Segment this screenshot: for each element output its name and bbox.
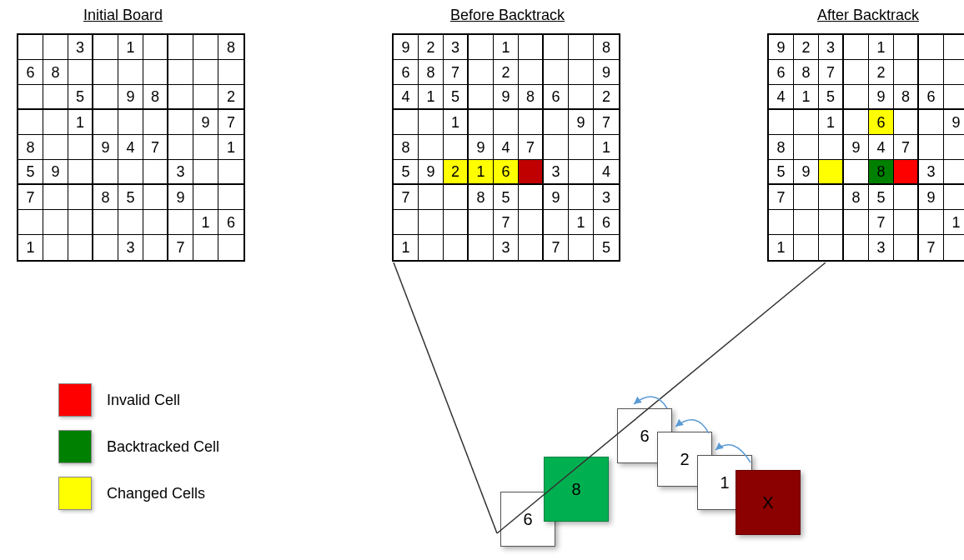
- before-cell-r6c9-value: 4: [602, 164, 610, 179]
- before-cell-r7c1-value: 7: [401, 190, 409, 205]
- initial-cell-r7c1-value: 7: [26, 190, 34, 205]
- board-initial: 31868598219789471593785916137: [17, 33, 245, 262]
- initial-cell-r3c2: [43, 85, 68, 110]
- initial-cell-r7c5-value: 5: [126, 190, 134, 205]
- initial-cell-r7c5: 5: [118, 185, 143, 210]
- initial-cell-r9c9: [218, 235, 244, 260]
- after-cell-r2c5-value: 2: [876, 65, 885, 80]
- before-cell-r7c7: 9: [544, 185, 569, 210]
- before-cell-r9c2: [419, 235, 444, 260]
- before-cell-r5c1-value: 8: [401, 140, 409, 155]
- stack-card-4-label: X: [762, 493, 773, 512]
- initial-cell-r6c7: 3: [168, 160, 193, 185]
- before-cell-r2c5: 2: [494, 60, 519, 85]
- initial-cell-r6c2: 9: [43, 160, 68, 185]
- legend-swatch-invalid: [58, 383, 92, 417]
- after-cell-r2c3-value: 7: [826, 65, 835, 80]
- before-cell-r4c3: 1: [444, 110, 469, 135]
- after-cell-r4c1: [769, 110, 794, 135]
- after-cell-r8c7: [919, 210, 944, 235]
- initial-cell-r8c1: [18, 210, 43, 235]
- initial-cell-r4c8-value: 9: [201, 115, 209, 130]
- after-cell-r2c5: 2: [869, 60, 894, 85]
- initial-cell-r1c1: [18, 35, 43, 60]
- after-cell-r9c4: [844, 235, 869, 260]
- initial-cell-r3c6-value: 8: [151, 89, 159, 104]
- initial-cell-r2c7: [168, 60, 193, 85]
- after-cell-r7c8: [944, 185, 964, 210]
- initial-cell-r4c3-value: 1: [76, 115, 84, 130]
- after-cell-r3c4: [844, 85, 869, 110]
- before-cell-r6c6: [519, 160, 544, 185]
- after-cell-r1c3: 3: [819, 35, 844, 60]
- before-cell-r5c6: 7: [519, 135, 544, 160]
- legend-row-backtracked: Backtracked Cell: [58, 430, 219, 463]
- after-cell-r5c2: [794, 135, 819, 160]
- before-cell-r1c6: [519, 35, 544, 60]
- before-cell-r8c5-value: 7: [501, 215, 510, 230]
- initial-cell-r2c4: [93, 60, 118, 85]
- after-cell-r4c5: 6: [869, 110, 894, 135]
- before-cell-r3c7-value: 6: [551, 89, 560, 104]
- after-cell-r1c2: 2: [794, 35, 819, 60]
- before-cell-r5c1: 8: [394, 135, 419, 160]
- before-cell-r6c1-value: 5: [401, 164, 409, 179]
- before-cell-r2c3-value: 7: [451, 65, 459, 80]
- initial-cell-r5c8: [193, 135, 218, 160]
- legend-row-changed: Changed Cells: [58, 477, 219, 510]
- stack-card-result: 8: [544, 457, 609, 522]
- before-cell-r9c9-value: 5: [602, 240, 610, 255]
- before-cell-r4c3-value: 1: [451, 115, 459, 130]
- before-cell-r8c3: [444, 210, 469, 235]
- initial-cell-r6c9: [218, 160, 244, 185]
- before-cell-r1c7: [544, 35, 569, 60]
- before-cell-r1c9: 8: [594, 35, 619, 60]
- after-cell-r2c7: [919, 60, 944, 85]
- before-cell-r3c5-value: 9: [501, 89, 510, 104]
- initial-cell-r3c6: 8: [143, 85, 168, 110]
- before-cell-r1c5: 1: [494, 35, 519, 60]
- initial-cell-r3c7: [168, 85, 193, 110]
- after-cell-r8c4: [844, 210, 869, 235]
- legend-label-invalid: Invalid Cell: [107, 392, 180, 409]
- initial-cell-r8c8: 1: [193, 210, 218, 235]
- after-cell-r7c7: 9: [919, 185, 944, 210]
- initial-cell-r4c5: [118, 110, 143, 135]
- before-cell-r4c6: [519, 110, 544, 135]
- after-cell-r6c1: 5: [769, 160, 794, 185]
- initial-cell-r3c9-value: 2: [227, 89, 235, 104]
- after-cell-r4c7: [919, 110, 944, 135]
- before-cell-r5c9: 1: [594, 135, 619, 160]
- initial-cell-r5c6-value: 7: [151, 140, 159, 155]
- before-cell-r2c4: [469, 60, 494, 85]
- after-cell-r3c7-value: 6: [926, 89, 935, 104]
- before-cell-r3c2-value: 1: [426, 89, 434, 104]
- before-cell-r4c9-value: 7: [602, 115, 610, 130]
- after-cell-r7c4: 8: [844, 185, 869, 210]
- after-cell-r3c3-value: 5: [826, 89, 835, 104]
- initial-cell-r4c3: 1: [68, 110, 93, 135]
- before-cell-r7c8: [569, 185, 594, 210]
- initial-cell-r7c8: [193, 185, 218, 210]
- legend-swatch-backtracked: [58, 430, 92, 463]
- after-cell-r6c3: [819, 160, 844, 185]
- initial-cell-r3c8: [193, 85, 218, 110]
- after-cell-r9c8: [944, 235, 964, 260]
- before-cell-r4c8-value: 9: [576, 115, 585, 130]
- after-cell-r1c5-value: 1: [876, 40, 885, 55]
- before-cell-r9c7: 7: [544, 235, 569, 260]
- before-cell-r5c7: [544, 135, 569, 160]
- before-cell-r6c3: 2: [444, 160, 469, 185]
- before-cell-r6c9: 4: [594, 160, 619, 185]
- initial-cell-r6c5: [118, 160, 143, 185]
- initial-cell-r1c6: [143, 35, 168, 60]
- initial-cell-r5c1-value: 8: [26, 140, 34, 155]
- initial-cell-r2c2-value: 8: [51, 65, 59, 80]
- initial-cell-r1c9: 8: [218, 35, 244, 60]
- after-cell-r5c3: [819, 135, 844, 160]
- after-cell-r6c7-value: 3: [926, 164, 935, 179]
- before-cell-r1c3-value: 3: [451, 40, 459, 55]
- after-cell-r5c1-value: 8: [776, 140, 785, 155]
- before-cell-r9c1-value: 1: [401, 240, 409, 255]
- before-cell-r1c9-value: 8: [602, 40, 610, 55]
